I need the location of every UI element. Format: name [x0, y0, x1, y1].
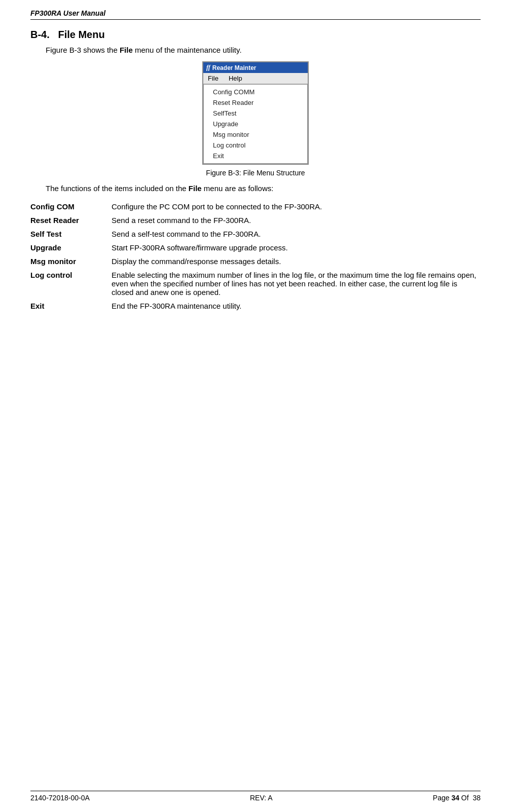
definition-term: Msg monitor	[30, 254, 112, 268]
titlebar-prefix: ff	[206, 64, 210, 71]
definition-row: Reset ReaderSend a reset command to the …	[30, 213, 481, 227]
menu-file: File	[206, 74, 220, 83]
definition-desc: Display the command/response messages de…	[112, 254, 481, 268]
desc-paragraph: The functions of the items included on t…	[46, 184, 481, 193]
definition-row: ExitEnd the FP-300RA maintenance utility…	[30, 299, 481, 313]
desc-text-before: The functions of the items included on t…	[46, 184, 189, 193]
figure-caption: Figure B-3: File Menu Structure	[30, 169, 481, 177]
dropdown-item: Log control	[204, 140, 307, 151]
definition-term: Log control	[30, 268, 112, 299]
dropdown-item: Reset Reader	[204, 97, 307, 108]
definition-desc: Send a self-test command to the FP-300RA…	[112, 227, 481, 241]
definition-term: Reset Reader	[30, 213, 112, 227]
definition-row: Self TestSend a self-test command to the…	[30, 227, 481, 241]
intro-text-before: Figure B-3 shows the	[46, 46, 120, 54]
definition-row: Msg monitorDisplay the command/response …	[30, 254, 481, 268]
dropdown-item: Msg monitor	[204, 129, 307, 140]
document-header: FP300RA User Manual	[30, 9, 481, 20]
titlebar-text: Reader Mainter	[212, 64, 257, 71]
definition-term: Self Test	[30, 227, 112, 241]
header-title-text: FP300RA User Manual	[30, 9, 105, 17]
dropdown-item: Config COMM	[204, 87, 307, 97]
page-footer: 2140-72018-00-0A REV: A Page 34 Of 38	[30, 791, 481, 802]
intro-text-after: menu of the maintenance utility.	[133, 46, 242, 54]
figure-image-container: ff Reader Mainter File Help Config COMM …	[30, 61, 481, 165]
section-heading: B-4. File Menu	[30, 29, 481, 41]
desc-text-after: menu are as follows:	[202, 184, 274, 193]
definition-desc: End the FP-300RA maintenance utility.	[112, 299, 481, 313]
definition-row: Log controlEnable selecting the maximum …	[30, 268, 481, 299]
screenshot-box: ff Reader Mainter File Help Config COMM …	[202, 61, 309, 165]
dropdown-item: Exit	[204, 151, 307, 161]
screenshot-menubar: File Help	[203, 73, 308, 84]
dropdown-item: Upgrade	[204, 119, 307, 129]
footer-left: 2140-72018-00-0A	[30, 794, 90, 802]
desc-bold-word: File	[189, 184, 202, 193]
dropdown-item: SelfTest	[204, 108, 307, 119]
definition-row: UpgradeStart FP-300RA software/firmware …	[30, 241, 481, 254]
footer-page-num: 34	[451, 794, 459, 802]
definition-desc: Send a reset command to the FP-300RA.	[112, 213, 481, 227]
definition-desc: Configure the PC COM port to be connecte…	[112, 200, 481, 213]
intro-paragraph: Figure B-3 shows the File menu of the ma…	[46, 46, 481, 54]
screenshot-dropdown: Config COMM Reset Reader SelfTest Upgrad…	[203, 84, 308, 164]
definition-term: Config COM	[30, 200, 112, 213]
footer-right: Page 34 Of 38	[433, 794, 481, 802]
screenshot-titlebar: ff Reader Mainter	[203, 62, 308, 73]
definition-term: Exit	[30, 299, 112, 313]
definition-term: Upgrade	[30, 241, 112, 254]
definitions-table: Config COMConfigure the PC COM port to b…	[30, 200, 481, 313]
intro-bold-word: File	[120, 46, 133, 54]
menu-help: Help	[227, 74, 244, 83]
definition-desc: Start FP-300RA software/firmware upgrade…	[112, 241, 481, 254]
definition-row: Config COMConfigure the PC COM port to b…	[30, 200, 481, 213]
footer-center: REV: A	[250, 794, 273, 802]
definition-desc: Enable selecting the maximum number of l…	[112, 268, 481, 299]
